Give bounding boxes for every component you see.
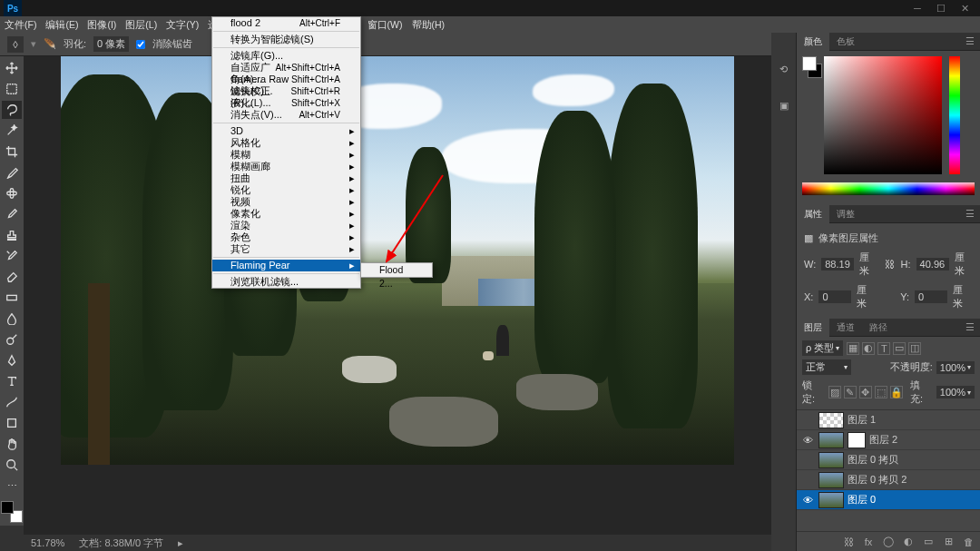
- filter-item[interactable]: 滤镜库(G)...: [212, 50, 360, 62]
- layer-thumb[interactable]: [818, 452, 844, 468]
- zoom-tool[interactable]: [2, 456, 22, 474]
- menu-2[interactable]: 图像(I): [83, 16, 121, 33]
- y-value[interactable]: 0: [915, 290, 947, 303]
- tab-channels[interactable]: 通道: [829, 319, 862, 337]
- layer-thumb[interactable]: [818, 432, 844, 448]
- dodge-tool[interactable]: [2, 330, 22, 349]
- filter-item[interactable]: 渲染▸: [212, 220, 360, 231]
- mask-icon[interactable]: ◯: [882, 536, 895, 548]
- status-arrow-icon[interactable]: ▸: [178, 537, 183, 549]
- shape-tool[interactable]: [2, 414, 22, 432]
- document-canvas[interactable]: [61, 56, 734, 465]
- menu-10[interactable]: 帮助(H): [407, 16, 450, 33]
- layer-name[interactable]: 图层 1: [848, 413, 976, 427]
- filter-item[interactable]: 3D▸: [212, 125, 360, 137]
- bg-mini-swatch[interactable]: [802, 56, 817, 71]
- panel-menu-icon[interactable]: ☰: [960, 208, 980, 220]
- marquee-tool[interactable]: [2, 80, 22, 98]
- close-button[interactable]: ✕: [953, 0, 976, 16]
- layer-row[interactable]: 图层 0 拷贝 2: [797, 470, 980, 490]
- opacity-value[interactable]: 100%▾: [936, 361, 975, 374]
- filter-item[interactable]: 像素化▸: [212, 208, 360, 220]
- filter-adjust-icon[interactable]: ◐: [862, 342, 875, 355]
- filter-item[interactable]: 自适应广角(A)...Alt+Shift+Ctrl+A: [212, 62, 360, 74]
- visibility-icon[interactable]: 👁: [800, 495, 815, 506]
- menu-4[interactable]: 文字(Y): [162, 16, 203, 33]
- layer-name[interactable]: 图层 0 拷贝: [848, 453, 976, 467]
- layer-row[interactable]: 图层 0 拷贝: [797, 450, 980, 470]
- spectrum-bar[interactable]: [802, 182, 975, 195]
- lock-all-icon[interactable]: 🔒: [890, 386, 903, 398]
- layer-row[interactable]: 👁图层 2: [797, 430, 980, 450]
- filter-item[interactable]: 浏览联机滤镜...: [212, 276, 360, 288]
- feather-value[interactable]: 0 像素: [93, 36, 129, 52]
- filter-item[interactable]: 模糊▸: [212, 149, 360, 161]
- fill-value[interactable]: 100%▾: [936, 386, 975, 398]
- tab-layers[interactable]: 图层: [797, 319, 829, 337]
- blur-tool[interactable]: [2, 310, 22, 328]
- layer-name[interactable]: 图层 0: [848, 493, 976, 507]
- stamp-tool[interactable]: [2, 226, 22, 244]
- tab-color[interactable]: 颜色: [797, 33, 829, 51]
- layer-filter-kind[interactable]: ρ 类型▾: [802, 340, 843, 356]
- eraser-tool[interactable]: [2, 268, 22, 286]
- maximize-button[interactable]: ☐: [929, 0, 953, 16]
- history-brush-tool[interactable]: [2, 247, 22, 265]
- link-layers-icon[interactable]: ⛓: [842, 536, 855, 548]
- layer-name[interactable]: 图层 0 拷贝 2: [848, 473, 976, 487]
- tab-adjustments[interactable]: 调整: [829, 205, 862, 223]
- adjustment-icon[interactable]: ◐: [902, 536, 915, 548]
- layer-row[interactable]: 图层 1: [797, 410, 980, 430]
- layer-name[interactable]: 图层 2: [869, 433, 976, 447]
- color-field[interactable]: [824, 56, 942, 174]
- group-icon[interactable]: ▭: [922, 536, 935, 548]
- pen-tool[interactable]: [2, 351, 22, 369]
- h-value[interactable]: 40.96: [916, 258, 949, 271]
- filter-shape-icon[interactable]: ▭: [893, 342, 906, 355]
- tab-paths[interactable]: 路径: [862, 319, 895, 337]
- filter-item[interactable]: Flaming Pear▸: [212, 260, 360, 271]
- filter-item[interactable]: 液化(L)...Shift+Ctrl+X: [212, 97, 360, 109]
- filter-type-icon[interactable]: T: [877, 342, 890, 355]
- canvas-area[interactable]: [24, 56, 771, 535]
- hand-tool[interactable]: [2, 435, 22, 453]
- layer-mask[interactable]: [848, 432, 866, 448]
- actions-icon[interactable]: ▣: [775, 96, 793, 114]
- menu-9[interactable]: 窗口(W): [363, 16, 407, 33]
- heal-tool[interactable]: [2, 184, 22, 202]
- move-tool[interactable]: [2, 59, 22, 77]
- menu-3[interactable]: 图层(L): [121, 16, 162, 33]
- filter-item[interactable]: 扭曲▸: [212, 172, 360, 184]
- layer-thumb[interactable]: [818, 472, 844, 488]
- menu-0[interactable]: 文件(F): [0, 16, 41, 33]
- gradient-tool[interactable]: [2, 289, 22, 307]
- filter-item[interactable]: 视频▸: [212, 196, 360, 208]
- fg-color[interactable]: [1, 501, 14, 514]
- tab-properties[interactable]: 属性: [797, 205, 829, 223]
- filter-item[interactable]: 其它▸: [212, 243, 360, 255]
- x-value[interactable]: 0: [818, 290, 851, 303]
- submenu-flood2[interactable]: Flood 2...: [361, 263, 432, 277]
- filter-item[interactable]: Camera Raw 滤镜(C)...Shift+Ctrl+A: [212, 74, 360, 85]
- fx-icon[interactable]: fx: [862, 536, 875, 548]
- filter-pixel-icon[interactable]: ▦: [847, 342, 859, 355]
- hue-slider[interactable]: [949, 56, 960, 174]
- filter-smart-icon[interactable]: ◫: [908, 342, 921, 355]
- blend-mode-select[interactable]: 正常▾: [802, 359, 851, 375]
- history-icon[interactable]: ⟲: [775, 60, 793, 78]
- delete-icon[interactable]: 🗑: [962, 536, 975, 548]
- filter-item[interactable]: 模糊画廊▸: [212, 161, 360, 172]
- layer-thumb[interactable]: [818, 412, 844, 428]
- eyedropper-tool[interactable]: [2, 163, 22, 182]
- path-tool[interactable]: [2, 393, 22, 411]
- minimize-button[interactable]: ─: [906, 0, 929, 16]
- tab-swatches[interactable]: 色板: [829, 33, 862, 51]
- brush-tool[interactable]: [2, 205, 22, 223]
- filter-item[interactable]: 风格化▸: [212, 137, 360, 149]
- link-wh-icon[interactable]: ⛓: [884, 259, 896, 270]
- lock-pixel-icon[interactable]: ✎: [844, 386, 857, 398]
- filter-item[interactable]: 杂色▸: [212, 231, 360, 243]
- new-layer-icon[interactable]: ⊞: [942, 536, 955, 548]
- filter-item[interactable]: flood 2Alt+Ctrl+F: [212, 17, 360, 29]
- crop-tool[interactable]: [2, 143, 22, 161]
